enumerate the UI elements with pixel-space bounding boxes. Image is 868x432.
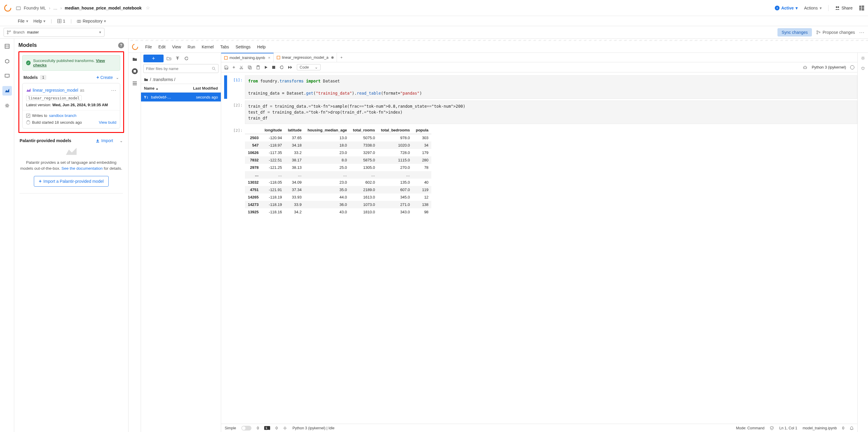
- model-code-name: linear_regression_model: [26, 95, 82, 101]
- rail-settings-icon[interactable]: [2, 101, 12, 110]
- model-name-link[interactable]: linear_regression_model: [33, 88, 78, 93]
- chevron-down-icon[interactable]: ⌄: [120, 139, 123, 143]
- sync-changes-button[interactable]: Sync changes: [777, 28, 812, 36]
- bug-icon[interactable]: [861, 66, 865, 71]
- build-status-text: Build started 18 seconds ago: [32, 120, 82, 125]
- file-menu[interactable]: File▾: [18, 19, 28, 24]
- restart-icon[interactable]: [280, 65, 284, 69]
- paste-icon[interactable]: [256, 65, 260, 69]
- grid-icon: [57, 19, 61, 23]
- help-menu[interactable]: Help▾: [34, 19, 46, 24]
- star-icon[interactable]: ☆: [146, 5, 150, 11]
- rail-presentation-icon[interactable]: [2, 71, 12, 81]
- simple-toggle[interactable]: [241, 426, 251, 431]
- import-link[interactable]: Import: [96, 138, 113, 143]
- stop-icon[interactable]: [272, 66, 276, 69]
- highlight-annotation: ✓ Successfully published transforms. Vie…: [19, 51, 124, 133]
- code-input[interactable]: train_df = training_data.="tok-fn">sampl…: [245, 101, 857, 124]
- rail-table-icon[interactable]: [2, 41, 12, 51]
- code-input[interactable]: from foundry.transforms import Dataset t…: [245, 75, 857, 99]
- app-menu-icon[interactable]: [859, 5, 864, 11]
- status-count: 0: [276, 426, 278, 430]
- more-icon[interactable]: ⋯: [859, 29, 864, 36]
- svg-point-39: [240, 68, 241, 69]
- propose-changes-button[interactable]: Propose changes: [816, 30, 855, 35]
- bell-icon[interactable]: [849, 426, 854, 430]
- svg-point-47: [284, 427, 286, 429]
- latest-version: Latest version: Wed, Jun 26, 2024, 9:18:…: [26, 103, 116, 107]
- svg-point-40: [242, 68, 243, 69]
- svg-point-48: [862, 57, 864, 59]
- run-icon[interactable]: [264, 66, 268, 69]
- upload-icon[interactable]: [176, 56, 181, 61]
- create-model-button[interactable]: + Create: [96, 75, 113, 80]
- import-palantir-model-button[interactable]: + Import a Palantir-provided model: [34, 176, 108, 187]
- branch-select[interactable]: Branch master ▾: [4, 28, 104, 37]
- rail-package-icon[interactable]: [2, 56, 12, 66]
- new-launcher-button[interactable]: +: [144, 55, 163, 62]
- active-status[interactable]: Active ▾: [775, 6, 798, 10]
- folder-icon: [144, 78, 148, 81]
- jupyter-menu-run[interactable]: Run: [188, 44, 195, 49]
- save-icon[interactable]: [224, 65, 228, 69]
- repository-menu[interactable]: Repository▾: [77, 19, 106, 24]
- table-row: ………………: [245, 171, 431, 178]
- jupyter-logo-icon: [131, 43, 138, 51]
- folder-icon[interactable]: [132, 56, 137, 62]
- cut-icon[interactable]: [239, 65, 243, 69]
- breadcrumb-ellipsis[interactable]: …: [53, 6, 57, 10]
- share-button[interactable]: Share: [835, 6, 852, 10]
- file-filter-input[interactable]: [144, 64, 218, 73]
- file-path[interactable]: / .transforms /: [141, 75, 221, 84]
- grid-count[interactable]: 1: [57, 19, 65, 24]
- notebook-tab[interactable]: linear_regression_model_a: [274, 53, 337, 62]
- jupyter-menu-tabs[interactable]: Tabs: [220, 44, 229, 49]
- jupyter-menu-settings[interactable]: Settings: [236, 44, 251, 49]
- shield-icon[interactable]: [770, 426, 774, 430]
- breadcrumb-root[interactable]: Foundry ML: [24, 6, 46, 10]
- svg-line-35: [214, 69, 216, 70]
- gear-icon[interactable]: [861, 56, 865, 61]
- branch-row: Branch master ▾ Sync changes Propose cha…: [0, 26, 868, 39]
- cell-type-select[interactable]: Code⌄: [297, 64, 320, 70]
- close-tab-icon[interactable]: ×: [268, 56, 271, 60]
- cursor-position: Ln 1, Col 1: [779, 426, 797, 430]
- code-cell[interactable]: [1]: from foundry.transforms import Data…: [224, 75, 857, 99]
- actions-dropdown[interactable]: Actions ▾: [804, 6, 822, 10]
- chevron-down-icon[interactable]: ⌄: [116, 75, 119, 80]
- terminal-icon[interactable]: $_: [264, 426, 270, 430]
- camera-icon: [77, 19, 81, 23]
- new-tab-button[interactable]: +: [337, 55, 346, 60]
- list-icon[interactable]: [132, 81, 137, 86]
- settings-small-icon[interactable]: [283, 426, 287, 430]
- jupyter-menu-kernel[interactable]: Kernel: [202, 44, 213, 49]
- sandbox-branch-link[interactable]: sandbox branch: [49, 113, 76, 118]
- view-build-link[interactable]: View build: [99, 120, 116, 125]
- stop-circle-icon[interactable]: [132, 68, 138, 74]
- help-icon[interactable]: ?: [118, 42, 124, 48]
- kernel-name[interactable]: Python 3 (ipykernel): [812, 65, 846, 69]
- run-all-icon[interactable]: [288, 66, 293, 69]
- documentation-link[interactable]: See the documentation: [61, 166, 103, 171]
- rail-models-icon[interactable]: [2, 86, 12, 96]
- refresh-icon[interactable]: [184, 56, 190, 61]
- jupyter-menu-help[interactable]: Help: [257, 44, 266, 49]
- file-row[interactable]: Y: bafe0ebf-… seconds ago: [141, 93, 221, 101]
- bug-icon[interactable]: [803, 65, 807, 70]
- jupyter-menu-edit[interactable]: Edit: [158, 44, 166, 49]
- new-folder-icon[interactable]: +: [166, 56, 173, 61]
- jupyter-menu-view[interactable]: View: [172, 44, 181, 49]
- branch-label: Branch: [13, 30, 25, 34]
- people-icon: [835, 6, 840, 10]
- svg-point-0: [5, 5, 11, 11]
- jupyter-menu-file[interactable]: File: [145, 44, 152, 49]
- notebook-icon: [277, 56, 280, 59]
- app-logo-icon: [4, 4, 12, 12]
- table-row: 2503-120.9437.6513.05075.0978.0303: [245, 134, 431, 141]
- dataframe-table: longitudelatitudehousing_median_agetotal…: [245, 126, 431, 216]
- notebook-tab[interactable]: model_training.ipynb×: [221, 53, 274, 62]
- card-more-icon[interactable]: ⋯: [111, 87, 116, 94]
- add-cell-icon[interactable]: +: [232, 65, 235, 70]
- code-cell[interactable]: [2]: train_df = training_data.="tok-fn">…: [224, 101, 857, 124]
- copy-icon[interactable]: [248, 65, 252, 69]
